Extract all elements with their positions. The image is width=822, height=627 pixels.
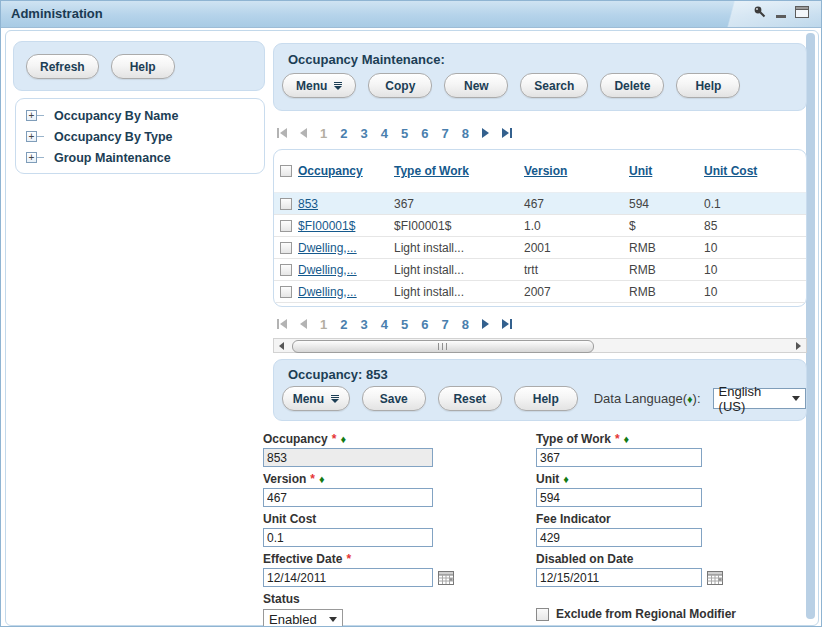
type-of-work-input[interactable] — [536, 448, 702, 467]
table-row[interactable]: Dwelling,... Light install... trtt RMB 1… — [274, 259, 806, 281]
detail-menu-button[interactable]: Menu — [282, 386, 350, 411]
status-select[interactable]: Enabled — [263, 609, 343, 627]
unit-input[interactable] — [536, 488, 702, 507]
scroll-left-arrow[interactable] — [274, 339, 289, 352]
new-button[interactable]: New — [444, 73, 508, 98]
reset-button[interactable]: Reset — [438, 386, 502, 411]
data-language-select[interactable]: English (US) — [713, 388, 806, 409]
detail-help-button[interactable]: Help — [514, 386, 578, 411]
sidebar-item-group-maintenance[interactable]: + Group Maintenance — [16, 147, 264, 168]
unit-cell: RMB — [629, 241, 704, 255]
search-button[interactable]: Search — [520, 73, 588, 98]
select-all-checkbox[interactable] — [280, 165, 292, 177]
pagination-page-5[interactable]: 5 — [401, 126, 408, 141]
table-row[interactable]: 853 367 467 594 0.1 — [274, 193, 806, 215]
pagination-page-8[interactable]: 8 — [462, 126, 469, 141]
version-cell: 467 — [524, 197, 629, 211]
refresh-button[interactable]: Refresh — [26, 54, 99, 79]
row-checkbox[interactable] — [280, 198, 292, 210]
plus-glyph: + — [29, 153, 35, 162]
expand-icon[interactable]: + — [26, 110, 37, 121]
occupancy-link[interactable]: $FI00001$ — [298, 219, 394, 233]
unit-cost-cell: 10 — [704, 285, 806, 299]
pagination-page-2[interactable]: 2 — [340, 126, 347, 141]
sidebar-help-button[interactable]: Help — [111, 54, 175, 79]
unit-label: Unit — [536, 472, 559, 486]
pagination-page-3[interactable]: 3 — [360, 317, 367, 332]
effective-date-label: Effective Date — [263, 552, 342, 566]
list-help-button[interactable]: Help — [676, 73, 740, 98]
column-header-type-of-work[interactable]: Type of Work — [394, 164, 524, 178]
pagination-page-6[interactable]: 6 — [421, 126, 428, 141]
required-marker: * — [615, 432, 620, 446]
new-button-label: New — [464, 79, 489, 93]
effective-date-input[interactable] — [263, 568, 433, 587]
table-row[interactable]: Dwelling,... Light install... 2001 RMB 1… — [274, 237, 806, 259]
pagination-page-3[interactable]: 3 — [360, 126, 367, 141]
sidebar-toolbar-panel: Refresh Help — [13, 41, 265, 91]
expand-icon[interactable]: + — [26, 131, 37, 142]
pagination-page-6[interactable]: 6 — [421, 317, 428, 332]
fee-indicator-input[interactable] — [536, 528, 702, 547]
table-row[interactable]: Dwelling,... Light install... 2007 RMB 1… — [274, 281, 806, 303]
version-cell: 2001 — [524, 241, 629, 255]
column-header-version[interactable]: Version — [524, 164, 629, 178]
occupancy-link[interactable]: Dwelling,... — [298, 263, 394, 277]
menu-dropdown-icon — [334, 82, 342, 90]
pagination-page-2[interactable]: 2 — [340, 317, 347, 332]
pagination-next-button[interactable] — [482, 128, 489, 138]
maximize-icon[interactable] — [795, 6, 809, 18]
type-of-work-cell: Light install... — [394, 285, 524, 299]
calendar-icon[interactable] — [438, 570, 454, 585]
scroll-right-arrow[interactable] — [791, 339, 806, 352]
column-header-unit-cost[interactable]: Unit Cost — [704, 164, 806, 178]
sidebar-item-occupancy-by-name[interactable]: + Occupancy By Name — [16, 105, 264, 126]
horizontal-scroll-thumb[interactable] — [292, 340, 594, 353]
type-of-work-cell: Light install... — [394, 263, 524, 277]
version-input[interactable] — [263, 488, 433, 507]
expand-icon[interactable]: + — [26, 152, 37, 163]
row-checkbox[interactable] — [280, 286, 292, 298]
calendar-icon[interactable] — [707, 570, 723, 585]
occupancy-link[interactable]: Dwelling,... — [298, 241, 394, 255]
language-marker: ♦ — [340, 433, 346, 445]
plus-glyph: + — [29, 132, 35, 141]
occupancy-link[interactable]: 853 — [298, 197, 394, 211]
unit-cost-cell: 0.1 — [704, 197, 806, 211]
fee-indicator-label: Fee Indicator — [536, 512, 611, 526]
pin-icon[interactable] — [753, 5, 767, 19]
exclude-modifier-checkbox[interactable] — [536, 608, 549, 621]
column-header-unit[interactable]: Unit — [629, 164, 704, 178]
pagination-page-4[interactable]: 4 — [381, 317, 388, 332]
pagination-last-button[interactable] — [502, 128, 512, 138]
delete-button[interactable]: Delete — [600, 73, 664, 98]
occupancy-input[interactable] — [263, 448, 433, 467]
form-column-left: Occupancy*♦ Version*♦ Unit Cost Effectiv… — [263, 431, 454, 627]
horizontal-scrollbar[interactable] — [273, 338, 807, 353]
pagination-page-8[interactable]: 8 — [462, 317, 469, 332]
pagination-next-button[interactable] — [482, 319, 489, 329]
pagination-page-7[interactable]: 7 — [441, 317, 448, 332]
list-menu-button[interactable]: Menu — [282, 73, 356, 98]
row-checkbox[interactable] — [280, 242, 292, 254]
save-button[interactable]: Save — [362, 386, 426, 411]
data-language-value: English (US) — [719, 384, 784, 414]
row-checkbox[interactable] — [280, 264, 292, 276]
occupancy-link[interactable]: Dwelling,... — [298, 285, 394, 299]
table-row[interactable]: $FI00001$ $FI00001$ 1.0 $ 85 — [274, 215, 806, 237]
pagination-page-4[interactable]: 4 — [381, 126, 388, 141]
disabled-on-date-input[interactable] — [536, 568, 702, 587]
vertical-scrollbar[interactable] — [806, 33, 815, 619]
row-checkbox[interactable] — [280, 220, 292, 232]
minimize-icon[interactable] — [776, 15, 786, 18]
type-of-work-cell: 367 — [394, 197, 524, 211]
pagination-page-5[interactable]: 5 — [401, 317, 408, 332]
sidebar-item-occupancy-by-type[interactable]: + Occupancy By Type — [16, 126, 264, 147]
pagination-last-button[interactable] — [502, 319, 512, 329]
occupancy-table-panel: Occupancy Type of Work Version Unit Unit… — [273, 149, 807, 307]
unit-cost-input[interactable] — [263, 528, 433, 547]
column-header-occupancy[interactable]: Occupancy — [298, 164, 394, 178]
pagination-page-7[interactable]: 7 — [441, 126, 448, 141]
copy-button[interactable]: Copy — [368, 73, 432, 98]
scroll-grip — [438, 343, 449, 350]
